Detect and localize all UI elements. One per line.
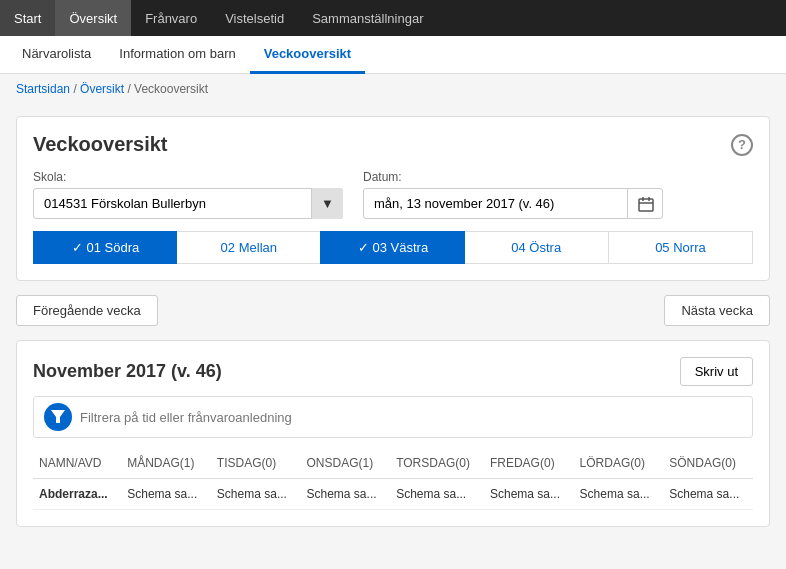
subnav-veckooversikt[interactable]: Veckooversikt bbox=[250, 36, 365, 74]
filter-row bbox=[33, 396, 753, 438]
col-header-fredag: FREDAG(0) bbox=[484, 448, 574, 479]
nav-sammanstallningar[interactable]: Sammanställningar bbox=[298, 0, 437, 36]
date-group: Datum: bbox=[363, 170, 663, 219]
week-navigation: Föregående vecka Nästa vecka bbox=[16, 295, 770, 326]
col-header-sondag: SÖNDAG(0) bbox=[663, 448, 753, 479]
top-navigation: Start Översikt Frånvaro Vistelsetid Samm… bbox=[0, 0, 786, 36]
group-btn-sodra[interactable]: ✓ 01 Södra bbox=[33, 231, 177, 264]
breadcrumb-oversikt[interactable]: Översikt bbox=[80, 82, 124, 96]
col-header-lordag: LÖRDAG(0) bbox=[574, 448, 664, 479]
date-input-wrapper bbox=[363, 188, 663, 219]
group-btn-mellan[interactable]: 02 Mellan bbox=[177, 231, 320, 264]
group-btn-ostra[interactable]: 04 Östra bbox=[465, 231, 608, 264]
breadcrumb-startsidan[interactable]: Startsidan bbox=[16, 82, 70, 96]
help-icon[interactable]: ? bbox=[731, 134, 753, 156]
col-header-namn: NAMN/AVD bbox=[33, 448, 121, 479]
cell-namn: Abderraza... bbox=[33, 479, 121, 510]
breadcrumb-current: Veckooversikt bbox=[134, 82, 208, 96]
col-header-onsdag: ONSDAG(1) bbox=[301, 448, 391, 479]
date-input[interactable] bbox=[363, 188, 663, 219]
col-header-torsdag: TORSDAG(0) bbox=[390, 448, 484, 479]
group-buttons: ✓ 01 Södra 02 Mellan ✓ 03 Västra 04 Östr… bbox=[33, 231, 753, 264]
next-week-button[interactable]: Nästa vecka bbox=[664, 295, 770, 326]
subnav-information-om-barn[interactable]: Information om barn bbox=[105, 36, 249, 74]
school-select[interactable]: 014531 Förskolan Bullerbyn bbox=[33, 188, 343, 219]
nav-franvaro[interactable]: Frånvaro bbox=[131, 0, 211, 36]
cell-lordag: Schema sa... bbox=[574, 479, 664, 510]
sub-navigation: Närvarolista Information om barn Veckoov… bbox=[0, 36, 786, 74]
date-label: Datum: bbox=[363, 170, 663, 184]
breadcrumb: Startsidan / Översikt / Veckooversikt bbox=[0, 74, 786, 104]
group-btn-norra[interactable]: 05 Norra bbox=[608, 231, 753, 264]
print-button[interactable]: Skriv ut bbox=[680, 357, 753, 386]
cell-fredag: Schema sa... bbox=[484, 479, 574, 510]
cell-onsdag: Schema sa... bbox=[301, 479, 391, 510]
filter-input[interactable] bbox=[80, 410, 742, 425]
calendar-icon[interactable] bbox=[627, 188, 663, 219]
filter-icon[interactable] bbox=[44, 403, 72, 431]
svg-marker-4 bbox=[51, 410, 65, 423]
school-label: Skola: bbox=[33, 170, 343, 184]
month-card: November 2017 (v. 46) Skriv ut NAMN/AVD … bbox=[16, 340, 770, 527]
nav-vistelsetid[interactable]: Vistelsetid bbox=[211, 0, 298, 36]
check-icon-sodra: ✓ bbox=[72, 240, 87, 255]
cell-mandag: Schema sa... bbox=[121, 479, 211, 510]
main-content: Veckooversikt ? Skola: 014531 Förskolan … bbox=[0, 104, 786, 553]
nav-start[interactable]: Start bbox=[0, 0, 55, 36]
prev-week-button[interactable]: Föregående vecka bbox=[16, 295, 158, 326]
month-title: November 2017 (v. 46) bbox=[33, 361, 222, 382]
nav-oversikt[interactable]: Översikt bbox=[55, 0, 131, 36]
school-select-wrapper: 014531 Förskolan Bullerbyn ▼ bbox=[33, 188, 343, 219]
cell-torsdag: Schema sa... bbox=[390, 479, 484, 510]
svg-rect-0 bbox=[639, 199, 653, 211]
form-row: Skola: 014531 Förskolan Bullerbyn ▼ Datu… bbox=[33, 170, 753, 219]
check-icon-vastra: ✓ bbox=[358, 240, 373, 255]
cell-sondag: Schema sa... bbox=[663, 479, 753, 510]
school-group: Skola: 014531 Förskolan Bullerbyn ▼ bbox=[33, 170, 343, 219]
page-title: Veckooversikt bbox=[33, 133, 168, 156]
week-table: NAMN/AVD MÅNDAG(1) TISDAG(0) ONSDAG(1) T… bbox=[33, 448, 753, 510]
title-card: Veckooversikt ? Skola: 014531 Förskolan … bbox=[16, 116, 770, 281]
cell-tisdag: Schema sa... bbox=[211, 479, 301, 510]
table-row: Abderraza... Schema sa... Schema sa... S… bbox=[33, 479, 753, 510]
title-row: Veckooversikt ? bbox=[33, 133, 753, 156]
month-header: November 2017 (v. 46) Skriv ut bbox=[33, 357, 753, 386]
group-btn-vastra[interactable]: ✓ 03 Västra bbox=[320, 231, 464, 264]
col-header-tisdag: TISDAG(0) bbox=[211, 448, 301, 479]
col-header-mandag: MÅNDAG(1) bbox=[121, 448, 211, 479]
subnav-narvarolista[interactable]: Närvarolista bbox=[8, 36, 105, 74]
table-header-row: NAMN/AVD MÅNDAG(1) TISDAG(0) ONSDAG(1) T… bbox=[33, 448, 753, 479]
